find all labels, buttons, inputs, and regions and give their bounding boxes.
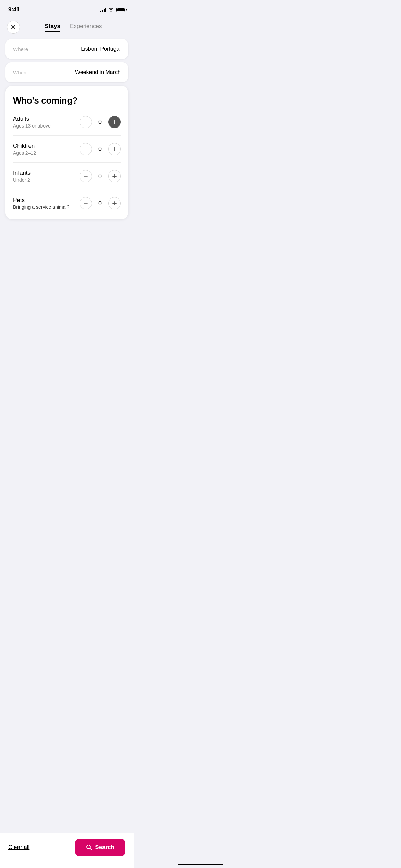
adults-counter: 0 [80, 116, 121, 128]
status-icons [100, 7, 126, 12]
children-label: Children [13, 143, 36, 149]
children-counter: 0 [80, 143, 121, 155]
pets-increment-button[interactable] [108, 197, 121, 209]
pets-info: Pets Bringing a service animal? [13, 197, 69, 210]
adults-decrement-button[interactable] [80, 116, 92, 128]
header: Stays Experiences [0, 16, 134, 39]
where-field[interactable]: Where Lisbon, Portugal [5, 39, 128, 59]
pets-decrement-button[interactable] [80, 197, 92, 209]
adults-info: Adults Ages 13 or above [13, 116, 51, 129]
tab-stays[interactable]: Stays [45, 23, 60, 31]
where-label: Where [13, 46, 28, 52]
infants-count: 0 [98, 173, 102, 180]
children-age: Ages 2–12 [13, 150, 36, 156]
pets-count: 0 [98, 200, 102, 207]
children-increment-button[interactable] [108, 143, 121, 155]
battery-icon [116, 8, 125, 12]
pets-row: Pets Bringing a service animal? 0 [13, 190, 121, 210]
whos-coming-title: Who's coming? [13, 95, 121, 106]
adults-row: Adults Ages 13 or above 0 [13, 116, 121, 136]
infants-info: Infants Under 2 [13, 170, 31, 183]
infants-increment-button[interactable] [108, 170, 121, 182]
search-fields: Where Lisbon, Portugal When Weekend in M… [0, 39, 134, 82]
infants-counter: 0 [80, 170, 121, 182]
whos-coming-card: Who's coming? Adults Ages 13 or above 0 [5, 86, 128, 219]
when-label: When [13, 70, 26, 75]
adults-count: 0 [98, 119, 102, 126]
pets-label: Pets [13, 197, 69, 204]
status-bar: 9:41 [0, 0, 134, 16]
signal-icon [100, 7, 106, 12]
adults-age: Ages 13 or above [13, 123, 51, 129]
infants-label: Infants [13, 170, 31, 177]
pets-service-animal-link[interactable]: Bringing a service animal? [13, 204, 69, 210]
children-count: 0 [98, 146, 102, 153]
children-info: Children Ages 2–12 [13, 143, 36, 156]
infants-row: Infants Under 2 0 [13, 163, 121, 190]
where-value: Lisbon, Portugal [81, 46, 121, 52]
children-decrement-button[interactable] [80, 143, 92, 155]
adults-label: Adults [13, 116, 51, 122]
close-button[interactable] [7, 21, 20, 34]
when-value: Weekend in March [75, 69, 121, 75]
infants-age: Under 2 [13, 177, 31, 183]
status-time: 9:41 [8, 6, 20, 13]
tab-experiences[interactable]: Experiences [70, 23, 102, 31]
adults-increment-button[interactable] [108, 116, 121, 128]
infants-decrement-button[interactable] [80, 170, 92, 182]
children-row: Children Ages 2–12 0 [13, 136, 121, 163]
pets-counter: 0 [80, 197, 121, 209]
wifi-icon [108, 8, 114, 12]
tabs-container: Stays Experiences [20, 23, 127, 31]
when-field[interactable]: When Weekend in March [5, 62, 128, 82]
